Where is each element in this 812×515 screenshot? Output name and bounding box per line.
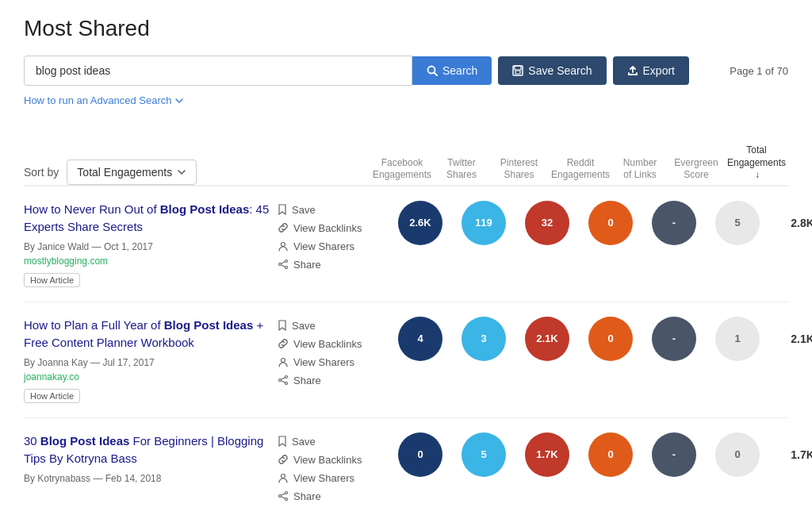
share-action-3[interactable]: Share (278, 490, 373, 502)
col-total: Total Engagements ↓ (725, 144, 788, 185)
svg-line-21 (281, 494, 285, 495)
search-icon (427, 65, 438, 76)
result-actions-1: Save View Backlinks View Sharers Share (278, 201, 373, 277)
header-sort-row: Sort by Total Engagements Facebook Engag… (24, 136, 788, 186)
page-title: Most Shared (24, 16, 788, 41)
table-row: How to Never Run Out of Blog Post Ideas:… (24, 186, 788, 302)
result-tag-1: How Article (24, 273, 80, 287)
col-reddit: Reddit Engagements (549, 157, 612, 185)
share-action-2[interactable]: Share (278, 375, 373, 386)
svg-point-11 (282, 359, 285, 363)
col-facebook: Facebook Engagements (370, 157, 434, 185)
result-title-2[interactable]: How to Plan a Full Year of Blog Post Ide… (24, 317, 270, 352)
bookmark-icon (278, 320, 287, 331)
svg-line-1 (435, 73, 438, 76)
view-backlinks-action-1[interactable]: View Backlinks (278, 222, 373, 234)
links-metric-1: - (652, 201, 696, 245)
table-row: 30 Blog Post Ideas For Beginners | Blogg… (24, 417, 788, 515)
metrics-1: 2.6K 119 32 0 - 5 2.8K (389, 201, 812, 245)
facebook-metric-3: 0 (398, 432, 442, 477)
search-input[interactable] (24, 56, 412, 86)
view-sharers-action-3[interactable]: View Sharers (278, 472, 373, 484)
svg-line-16 (281, 381, 285, 382)
view-sharers-action-2[interactable]: View Sharers (278, 356, 373, 368)
share-icon (278, 375, 289, 386)
reddit-metric-1: 0 (588, 201, 633, 245)
svg-point-5 (282, 243, 285, 247)
person-icon (278, 356, 289, 367)
total-metric-3: 1.7K (779, 448, 812, 461)
metrics-2: 4 3 2.1K 0 - 1 2.1K (389, 317, 812, 361)
svg-point-19 (279, 495, 282, 498)
svg-point-12 (285, 376, 288, 379)
export-icon (627, 65, 638, 76)
svg-line-22 (281, 497, 285, 498)
pinterest-metric-1: 32 (525, 201, 569, 245)
pinterest-metric-3: 1.7K (525, 432, 569, 477)
result-meta-3: By Kotrynabass — Feb 14, 2018 (24, 473, 270, 484)
advanced-search-link[interactable]: How to run an Advanced Search (24, 94, 184, 106)
person-icon (278, 472, 289, 483)
view-sharers-action-1[interactable]: View Sharers (278, 240, 373, 252)
svg-point-18 (285, 492, 288, 494)
save-action-2[interactable]: Save (278, 320, 373, 332)
result-actions-2: Save View Backlinks View Sharers Share (278, 317, 373, 393)
sort-dropdown[interactable]: Total Engagements (67, 159, 197, 185)
result-tag-2: How Article (24, 389, 80, 403)
chevron-down-icon (177, 167, 186, 177)
evergreen-metric-1: 5 (715, 201, 760, 245)
svg-rect-4 (515, 71, 520, 74)
results-list: How to Never Run Out of Blog Post Ideas:… (24, 186, 788, 515)
result-actions-3: Save View Backlinks View Sharers Share (278, 432, 373, 509)
twitter-metric-3: 5 (462, 432, 506, 477)
result-content-1: How to Never Run Out of Blog Post Ideas:… (24, 201, 270, 287)
result-domain-1[interactable]: mostlyblogging.com (24, 256, 270, 267)
share-icon (278, 490, 289, 502)
export-button[interactable]: Export (613, 56, 689, 85)
twitter-metric-2: 3 (462, 317, 506, 361)
svg-line-10 (281, 265, 285, 267)
result-meta-2: By Joanna Kay — Jul 17, 2017 (24, 357, 270, 368)
svg-point-6 (285, 260, 288, 263)
bookmark-icon (278, 436, 287, 447)
table-row: How to Plan a Full Year of Blog Post Ide… (24, 302, 788, 417)
result-meta-1: By Janice Wald — Oct 1, 2017 (24, 241, 270, 252)
sort-controls: Sort by Total Engagements (24, 152, 197, 185)
svg-point-20 (285, 498, 288, 501)
bookmark-icon (278, 204, 287, 215)
svg-point-17 (282, 475, 285, 478)
link-icon (278, 454, 289, 465)
total-metric-2: 2.1K (779, 332, 812, 345)
total-metric-1: 2.8K (779, 217, 812, 229)
link-icon (278, 222, 289, 233)
result-title-1[interactable]: How to Never Run Out of Blog Post Ideas:… (24, 201, 270, 236)
twitter-metric-1: 119 (462, 201, 506, 245)
col-twitter: Twitter Shares (434, 157, 489, 185)
col-evergreen: Evergreen Score (668, 157, 725, 185)
result-content-3: 30 Blog Post Ideas For Beginners | Blogg… (24, 432, 270, 487)
view-backlinks-action-3[interactable]: View Backlinks (278, 454, 373, 466)
col-links: Number of Links (612, 157, 668, 185)
result-title-3[interactable]: 30 Blog Post Ideas For Beginners | Blogg… (24, 432, 270, 468)
save-search-button[interactable]: Save Search (498, 56, 606, 85)
facebook-metric-2: 4 (398, 317, 442, 361)
svg-point-8 (285, 267, 288, 269)
view-backlinks-action-2[interactable]: View Backlinks (278, 338, 373, 350)
reddit-metric-2: 0 (588, 317, 633, 361)
evergreen-metric-2: 1 (715, 317, 760, 361)
link-icon (278, 338, 289, 349)
svg-point-13 (279, 379, 282, 382)
share-action-1[interactable]: Share (278, 259, 373, 271)
chevron-down-icon (174, 96, 184, 106)
search-button[interactable]: Search (412, 56, 492, 85)
page-info: Page 1 of 70 (730, 65, 788, 77)
save-action-1[interactable]: Save (278, 204, 373, 216)
reddit-metric-3: 0 (588, 432, 633, 477)
col-pinterest: Pinterest Shares (489, 157, 549, 185)
person-icon (278, 240, 289, 252)
facebook-metric-1: 2.6K (398, 201, 442, 245)
result-domain-2[interactable]: joannakay.co (24, 371, 270, 382)
save-action-3[interactable]: Save (278, 436, 373, 448)
columns-header: Facebook Engagements Twitter Shares Pint… (370, 144, 788, 185)
evergreen-metric-3: 0 (715, 432, 760, 477)
